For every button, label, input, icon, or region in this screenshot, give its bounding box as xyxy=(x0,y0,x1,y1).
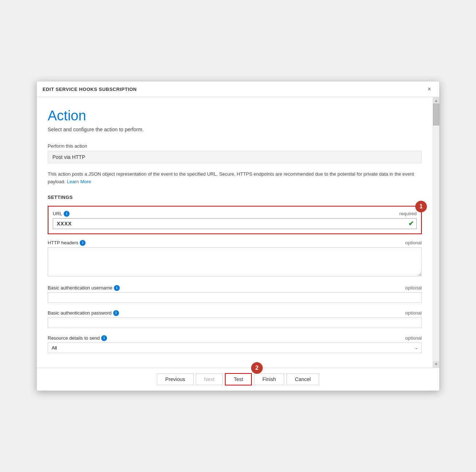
page-subtitle: Select and configure the action to perfo… xyxy=(48,127,422,132)
resource-details-section: Resource details to send i optional All … xyxy=(48,335,422,353)
dialog-footer: Previous Next 2 Test Finish Cancel xyxy=(37,368,439,391)
learn-more-link[interactable]: Learn More xyxy=(67,179,91,184)
scroll-down-arrow[interactable]: ▼ xyxy=(433,361,439,368)
url-section: 1 URL i required ✔ xyxy=(48,206,422,234)
auth-username-info-icon[interactable]: i xyxy=(114,285,120,291)
auth-password-section: Basic authentication password i optional xyxy=(48,310,422,328)
http-headers-row: HTTP headers i optional xyxy=(48,240,422,246)
action-value: Post via HTTP xyxy=(48,151,422,163)
action-section: Perform this action Post via HTTP xyxy=(48,143,422,163)
next-button[interactable]: Next xyxy=(196,373,223,385)
resource-details-select[interactable]: All None Minimal xyxy=(48,343,422,353)
resource-details-row: Resource details to send i optional xyxy=(48,335,422,341)
http-headers-optional: optional xyxy=(405,240,422,245)
url-field-name: URL i xyxy=(53,211,70,217)
resource-details-info-icon[interactable]: i xyxy=(101,335,107,341)
auth-username-input[interactable] xyxy=(48,292,422,303)
url-required-label: required xyxy=(399,211,417,216)
http-headers-name: HTTP headers i xyxy=(48,240,86,246)
badge-1: 1 xyxy=(415,201,427,212)
url-valid-icon: ✔ xyxy=(408,220,414,228)
auth-password-info-icon[interactable]: i xyxy=(113,310,119,316)
badge-2: 2 xyxy=(251,362,263,374)
action-label: Perform this action xyxy=(48,143,422,149)
scroll-up-arrow[interactable]: ▲ xyxy=(433,97,439,104)
test-button[interactable]: Test xyxy=(225,373,252,385)
finish-button[interactable]: Finish xyxy=(254,373,284,385)
auth-password-row: Basic authentication password i optional xyxy=(48,310,422,316)
page-heading: Action xyxy=(48,108,422,124)
settings-heading: SETTINGS xyxy=(48,195,422,200)
cancel-button[interactable]: Cancel xyxy=(286,373,319,385)
resource-details-name: Resource details to send i xyxy=(48,335,107,341)
scrollbar-thumb[interactable] xyxy=(433,104,439,125)
auth-username-section: Basic authentication username i optional xyxy=(48,285,422,303)
url-input[interactable] xyxy=(53,218,417,229)
auth-password-input[interactable] xyxy=(48,317,422,328)
dialog-body: Action Select and configure the action t… xyxy=(37,97,439,368)
url-field-row: URL i required xyxy=(53,211,417,217)
auth-username-row: Basic authentication username i optional xyxy=(48,285,422,291)
resource-details-select-wrapper: All None Minimal ⌄ xyxy=(48,343,422,353)
auth-username-optional: optional xyxy=(405,285,422,291)
scrollbar: ▲ ▼ xyxy=(433,97,439,368)
dialog-title: EDIT SERVICE HOOKS SUBSCRIPTION xyxy=(43,87,137,92)
http-headers-info-icon[interactable]: i xyxy=(80,240,86,246)
description-text: This action posts a JSON object represen… xyxy=(48,171,422,186)
url-input-wrapper: ✔ xyxy=(53,218,417,229)
url-info-icon[interactable]: i xyxy=(64,211,70,217)
auth-password-name: Basic authentication password i xyxy=(48,310,119,316)
badge-2-wrapper: 2 Test xyxy=(225,373,252,385)
previous-button[interactable]: Previous xyxy=(157,373,193,385)
http-headers-input[interactable] xyxy=(48,247,422,276)
auth-username-name: Basic authentication username i xyxy=(48,285,120,291)
dialog-titlebar: EDIT SERVICE HOOKS SUBSCRIPTION × xyxy=(37,81,439,97)
auth-password-optional: optional xyxy=(405,310,422,316)
dialog: EDIT SERVICE HOOKS SUBSCRIPTION × Action… xyxy=(36,81,440,391)
http-headers-section: HTTP headers i optional xyxy=(48,240,422,278)
scrollbar-track xyxy=(433,104,439,361)
main-content: Action Select and configure the action t… xyxy=(37,97,433,368)
resource-details-optional: optional xyxy=(405,335,422,341)
close-button[interactable]: × xyxy=(425,85,433,93)
